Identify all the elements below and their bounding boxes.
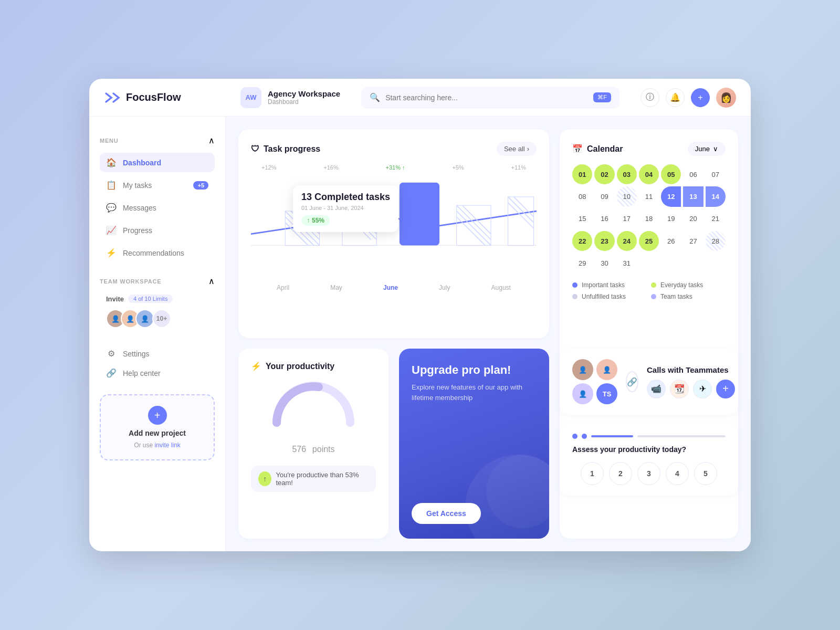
legend-important: Important tasks [572,281,647,289]
add-project-subtitle: Or use invite link [134,442,181,449]
legend-dot-important [572,282,578,288]
sidebar-item-messages[interactable]: 💬 Messages [100,198,215,217]
team-workspace-collapse-icon[interactable]: ∧ [208,276,215,286]
cal-day-6[interactable]: 06 [683,164,703,184]
assess-num-1[interactable]: 1 [581,462,604,485]
cal-day-7[interactable]: 07 [706,164,726,184]
search-bar[interactable]: 🔍 ⌘F [361,87,620,109]
call-app-telegram[interactable]: ✈ [693,380,712,398]
see-all-button[interactable]: See all › [497,142,537,156]
task-progress-card: 🛡 Task progress See all › +12% +16% +31%… [238,129,549,338]
svg-line-20 [508,197,534,223]
chart-label-4: +11% [511,164,526,171]
call-app-video[interactable]: 📹 [647,380,666,398]
call-avatar-3: 👤 [572,383,593,404]
cal-day-23[interactable]: 23 [594,231,614,251]
assess-num-3[interactable]: 3 [637,462,660,485]
cal-day-8[interactable]: 08 [572,186,592,206]
dot-bar-row [572,434,726,439]
cal-day-13[interactable]: 13 [683,186,703,206]
calls-info: Calls with Teammates 📹 📆 ✈ + [647,365,735,398]
header-actions: ⓘ 🔔 + 👩 [640,88,736,108]
svg-line-16 [463,205,491,234]
cal-day-10[interactable]: 10 [617,186,637,206]
cal-day-1[interactable]: 01 [572,164,592,184]
add-project-box[interactable]: + Add new project Or use invite link [100,394,215,460]
cal-day-19[interactable]: 19 [661,209,681,229]
cal-day-4[interactable]: 04 [639,164,659,184]
cal-day-30[interactable]: 30 [594,253,614,273]
assess-numbers: 1 2 3 4 5 [572,462,726,485]
tooltip-date: 01 June - 31 June, 2024 [301,205,390,211]
sidebar-item-recommendations[interactable]: ⚡ Recommendations [100,243,215,262]
sidebar-item-help[interactable]: 🔗 Help center [100,363,215,383]
calendar-title: 📅 Calendar [572,144,623,154]
workspace-subtitle: Dashboard [268,98,340,106]
sidebar-item-progress[interactable]: 📈 Progress [100,220,215,240]
cal-day-9[interactable]: 09 [594,186,614,206]
call-link-icon: 🔗 [626,371,638,392]
assess-num-5[interactable]: 5 [694,462,717,485]
cal-day-27[interactable]: 27 [683,231,703,251]
sidebar-item-my-tasks[interactable]: 📋 My tasks +5 [100,175,215,195]
cal-day-17[interactable]: 17 [617,209,637,229]
cal-day-15[interactable]: 15 [572,209,592,229]
app-window: FocusFlow AW Agency Workspace Dashboard … [89,79,751,551]
task-tooltip: 13 Completed tasks 01 June - 31 June, 20… [293,185,398,232]
chart-months: April May June July August [251,284,537,291]
help-label: Help center [123,369,161,377]
call-avatar-row-2: 👤 TS [572,383,617,404]
sidebar-item-settings[interactable]: ⚙ Settings [100,344,215,363]
month-selector[interactable]: June ∨ [688,142,726,156]
add-project-icon: + [148,406,167,425]
call-app-calendar[interactable]: 📆 [670,380,689,398]
chart-label-3: +5% [452,164,464,171]
cal-day-11[interactable]: 11 [639,186,659,206]
assess-num-4[interactable]: 4 [666,462,689,485]
cal-day-20[interactable]: 20 [683,209,703,229]
cal-day-18[interactable]: 18 [639,209,659,229]
workspace-avatar: AW [240,87,261,108]
chart-label-2: +31% ↑ [386,164,405,171]
info-button[interactable]: ⓘ [640,88,659,107]
notification-button[interactable]: 🔔 [666,88,685,107]
month-april: April [277,284,289,291]
cal-day-5[interactable]: 05 [661,164,681,184]
search-shortcut: ⌘F [593,92,611,102]
svg-rect-14 [457,205,491,245]
sidebar-item-dashboard[interactable]: 🏠 Dashboard [100,153,215,172]
header: FocusFlow AW Agency Workspace Dashboard … [89,79,751,117]
cal-day-16[interactable]: 16 [594,209,614,229]
productivity-icon: ⚡ [251,361,261,371]
cal-day-25[interactable]: 25 [639,231,659,251]
call-app-add-button[interactable]: + [716,380,735,398]
cal-day-28[interactable]: 28 [706,231,726,251]
cal-day-14[interactable]: 14 [706,186,726,206]
sidebar-bottom-items: ⚙ Settings 🔗 Help center [100,344,215,383]
add-button[interactable]: + [691,88,710,107]
avatar-stack: 👤 👤 👤 10+ [100,307,215,334]
get-access-button[interactable]: Get Access [412,503,481,524]
cal-day-21[interactable]: 21 [706,209,726,229]
cal-day-26[interactable]: 26 [661,231,681,251]
user-avatar[interactable]: 👩 [716,88,736,108]
cal-day-31[interactable]: 31 [617,253,637,273]
menu-collapse-icon[interactable]: ∧ [208,135,215,145]
cal-day-3[interactable]: 03 [617,164,637,184]
main-layout: MENU ∧ 🏠 Dashboard 📋 My tasks +5 💬 Messa… [89,117,751,551]
dashboard-label: Dashboard [123,159,161,167]
invite-link[interactable]: invite link [155,442,181,449]
bottom-left: ⚡ Your productivity 576 points [238,349,549,539]
cal-day-29[interactable]: 29 [572,253,592,273]
task-progress-header: 🛡 Task progress See all › [251,142,537,156]
cal-day-12[interactable]: 12 [661,186,681,206]
month-june: June [383,284,398,291]
assess-num-2[interactable]: 2 [609,462,632,485]
sidebar: MENU ∧ 🏠 Dashboard 📋 My tasks +5 💬 Messa… [89,117,226,551]
assess-card: Assess your productivity today? 1 2 3 4 … [560,423,738,496]
cal-day-22[interactable]: 22 [572,231,592,251]
cal-day-2[interactable]: 02 [594,164,614,184]
my-tasks-label: My tasks [123,181,152,190]
cal-day-24[interactable]: 24 [617,231,637,251]
search-input[interactable] [385,93,588,102]
